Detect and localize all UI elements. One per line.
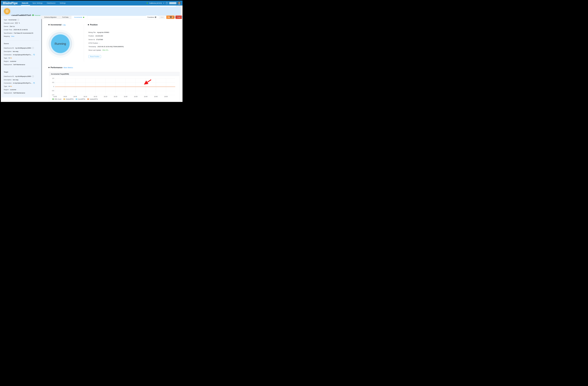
- owner-label: Owner:: [4, 25, 9, 27]
- label: Since Last Update:: [88, 49, 101, 51]
- y-tick: -1.0: [50, 94, 54, 96]
- value: mysql-bin.000663: [97, 32, 109, 33]
- level-label: DataJob Level:: [4, 22, 14, 24]
- copy-icon[interactable]: [181, 16, 183, 18]
- performance-title: Performance: [51, 66, 63, 69]
- label: Connection:: [4, 82, 12, 84]
- specification-label: Specification:: [4, 32, 13, 34]
- source-description-row: Description: two-way: [4, 50, 18, 52]
- edit-level-icon[interactable]: ✎: [19, 22, 20, 24]
- source-type-row: Type: MySQL: [4, 57, 12, 59]
- bullet-icon: [48, 24, 49, 25]
- tab-full-data[interactable]: Full Data: [60, 16, 71, 19]
- info-icon[interactable]: i: [32, 76, 34, 77]
- target-type-row: Type: MySQL: [4, 85, 12, 87]
- value: rm-bp10pkoqcf45n09y47o....: [13, 54, 32, 56]
- copy-icon[interactable]: [33, 54, 35, 56]
- value: -: [100, 42, 100, 44]
- label: Position:: [88, 35, 94, 37]
- column-divider: [84, 24, 84, 62]
- region-selector[interactable]: California (v0.6.0): [149, 2, 162, 4]
- bullet-icon: [88, 24, 89, 25]
- target-section-title: Target: [4, 71, 8, 73]
- worker-ip-block: 172.18.0.2: [170, 16, 183, 18]
- legend-swatch: [76, 99, 77, 100]
- nav-right-cluster: California (v0.6.0) ?: [147, 0, 181, 5]
- chevron-down-icon[interactable]: [163, 2, 164, 3]
- legend-item[interactable]: Delete(RPS): [63, 98, 74, 100]
- nav-tab-settings[interactable]: Settings: [60, 2, 66, 4]
- owner-value: Zoe Liu: [10, 25, 15, 27]
- tab-label: Incremental: [74, 16, 82, 19]
- y-tick: -0.5: [50, 90, 54, 92]
- since-last-update-row: Since Last Update: 00m 07s: [88, 49, 108, 51]
- source-region-row: Region: customer: [4, 60, 16, 62]
- source-section-title: Source: [4, 42, 9, 44]
- job-detail-sidebar: Type: Incremental i DataJob Level: P4 ✎ …: [1, 16, 42, 98]
- server-id-row: Server Id: 37187569: [88, 39, 103, 41]
- info-icon[interactable]: i: [17, 19, 19, 21]
- log-link[interactable]: Log: [63, 24, 65, 26]
- value: my-b0o96qwqmu16963: [15, 47, 31, 49]
- region-status-dot: [147, 2, 148, 4]
- legend-item[interactable]: Update(RPS): [87, 98, 98, 100]
- mapping-label: Mapping:: [4, 35, 10, 37]
- label: Region:: [4, 89, 9, 90]
- position-section-header: Position: [88, 24, 98, 26]
- target-deployment-row: Deployment: Self Maintenance: [4, 92, 25, 94]
- screenshot-frame: BladePipe DataJob Sync Settings DataSour…: [0, 0, 184, 103]
- value: two-way: [13, 79, 19, 81]
- value: Self Maintenance: [13, 92, 25, 94]
- running-status-circle: Running: [46, 30, 74, 58]
- active-tab-underline: [21, 5, 30, 5]
- copy-icon[interactable]: [33, 82, 35, 84]
- x-tick: 16:30: [122, 96, 129, 98]
- type-row: Type: Incremental i: [4, 19, 19, 21]
- x-tick: 16:25: [112, 96, 119, 98]
- app-logo[interactable]: BladePipe: [3, 0, 18, 5]
- circle-ring: Running: [49, 32, 72, 56]
- job-header: canali1w66b573a5 Normal No Description F…: [1, 7, 181, 16]
- value: two-way: [13, 51, 19, 52]
- redacted-username: [169, 2, 176, 4]
- source-connection-row: Connection: rm-bp10pkoqcf45n09y47o....: [4, 54, 35, 56]
- label: GTID Position:: [88, 42, 98, 44]
- app-window: BladePipe DataJob Sync Settings DataSour…: [1, 0, 183, 102]
- nav-tab-datajob[interactable]: DataJob: [22, 2, 28, 4]
- position-title: Position: [90, 24, 98, 26]
- legend-item[interactable]: Insert(RPS): [76, 98, 85, 100]
- mysql-icon: MySQL: [8, 86, 12, 87]
- red-annotation-arrow: [142, 78, 153, 86]
- chart-legend: DDL Count Delete(RPS) Insert(RPS) Update…: [52, 98, 98, 100]
- label: Deployment:: [4, 64, 12, 65]
- value: Self Maintenance: [13, 64, 25, 65]
- label: DataSource ID:: [4, 76, 14, 77]
- info-icon[interactable]: i: [32, 47, 34, 49]
- tab-incremental[interactable]: Incremental: [71, 16, 87, 19]
- mapping-view-link[interactable]: View: [11, 35, 14, 37]
- create-time-label: Create Time:: [4, 29, 12, 31]
- bullet-icon: [48, 67, 49, 68]
- x-tick: 16:10: [82, 96, 89, 98]
- more-metrics-link[interactable]: More Metrics: [63, 67, 73, 68]
- tab-label: Schema Migration: [44, 16, 57, 19]
- help-icon[interactable]: ?: [166, 2, 168, 4]
- legend-swatch: [52, 99, 54, 100]
- sidebar-scrollbar[interactable]: [41, 17, 42, 97]
- mysql-icon: MySQL: [8, 58, 12, 59]
- nav-tab-sync-settings[interactable]: Sync Settings: [32, 2, 42, 4]
- tab-schema-migration[interactable]: Schema Migration: [41, 16, 60, 19]
- x-tick: 16:20: [102, 96, 109, 98]
- legend-item[interactable]: DDL Count: [52, 98, 61, 100]
- mapping-row: Mapping: View: [4, 35, 14, 37]
- chart-plot-area[interactable]: [55, 79, 175, 95]
- avatar[interactable]: [178, 1, 181, 5]
- label: Timestamp:: [88, 46, 96, 47]
- target-region-row: Region: customer: [4, 88, 16, 91]
- x-tick: 16:05: [72, 96, 79, 98]
- reset-position-button[interactable]: Reset Position: [88, 55, 101, 58]
- specification-row: Specification: Full Data:2G Incremental:…: [4, 32, 33, 34]
- x-tick: 16:50: [162, 96, 169, 98]
- nav-tab-datasource[interactable]: DataSource: [47, 2, 56, 4]
- legend-label: Insert(RPS): [78, 98, 85, 100]
